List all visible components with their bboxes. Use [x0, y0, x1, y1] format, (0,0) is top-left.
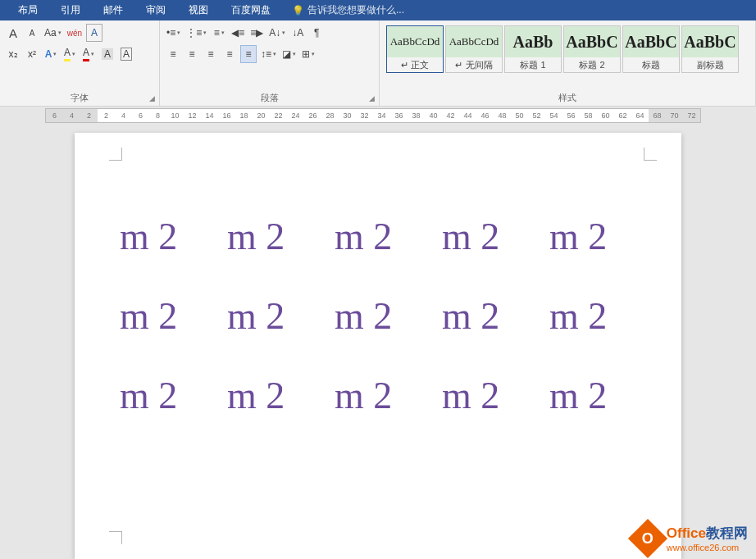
ruler-area: 642 246810121416182022242628303234363840… [0, 107, 756, 125]
font-color-button[interactable]: A▾ [80, 45, 97, 63]
char-border-button[interactable]: A [118, 45, 134, 63]
style-subtitle[interactable]: AaBbC 副标题 [681, 25, 739, 73]
ruler-tick: 20 [253, 111, 270, 120]
text-cell[interactable]: m 2 [227, 215, 326, 258]
ruler-tick: 58 [580, 111, 597, 120]
sort-button[interactable]: ↓A [289, 24, 306, 42]
superscript-button[interactable]: x² [24, 45, 40, 63]
margin-corner-icon [109, 531, 122, 544]
tab-references[interactable]: 引用 [49, 0, 92, 20]
phonetic-guide-button[interactable]: wén [66, 24, 84, 42]
align-center-button[interactable]: ≡ [184, 45, 200, 63]
text-cell[interactable]: m 2 [335, 374, 434, 417]
text-cell[interactable]: m 2 [335, 215, 434, 258]
text-cell[interactable]: m 2 [549, 294, 649, 338]
group-label-paragraph: 段落 [160, 92, 379, 104]
group-paragraph: •≡▾ ⋮≡▾ ≡▾ ◀≡ ≡▶ A↓▾ ↓A ¶ ≡ ≡ ≡ ≡ ≡ ↕≡▾ … [160, 20, 380, 106]
tab-layout[interactable]: 布局 [7, 0, 49, 20]
style-name: 副标题 [682, 57, 738, 72]
text-cell[interactable]: m 2 [549, 215, 649, 258]
document-content: m 2m 2m 2m 2m 2m 2m 2m 2m 2m 2m 2m 2m 2m… [120, 215, 649, 417]
style-normal[interactable]: AaBbCcDd ↵ 正文 [386, 25, 444, 73]
show-marks-button[interactable]: ¶ [308, 24, 325, 42]
ruler-tick: 2 [98, 111, 115, 120]
ruler-tick: 44 [459, 111, 476, 120]
margin-corner-icon [644, 148, 657, 161]
watermark-logo-icon: O [628, 518, 667, 557]
font-dialog-launcher[interactable]: ◢ [147, 93, 157, 103]
ruler-left-margin: 642 [46, 109, 98, 122]
multilevel-list-button[interactable]: ≡▾ [211, 24, 227, 42]
char-shading-button[interactable]: A [99, 45, 116, 63]
ruler-tick: 54 [545, 111, 562, 120]
text-effects-button[interactable]: A▾ [43, 45, 59, 63]
bullets-button[interactable]: •≡▾ [165, 24, 182, 42]
style-gallery: AaBbCcDd ↵ 正文 AaBbCcDd ↵ 无间隔 AaBb 标题 1 A… [385, 24, 750, 75]
subscript-button[interactable]: x₂ [5, 45, 21, 63]
text-cell[interactable]: m 2 [442, 374, 541, 417]
line-spacing-button[interactable]: ↕≡▾ [259, 45, 278, 63]
group-label-styles: 样式 [380, 92, 755, 104]
text-cell[interactable]: m 2 [227, 294, 326, 338]
text-cell[interactable]: m 2 [442, 294, 541, 338]
ribbon: A A Aa▾ wén A x₂ x² A▾ A▾ A▾ A A 字体 ◢ •≡… [0, 20, 756, 107]
clear-formatting-button[interactable]: A [86, 24, 102, 42]
align-left-button[interactable]: ≡ [165, 45, 181, 63]
increase-indent-button[interactable]: ≡▶ [248, 24, 265, 42]
horizontal-ruler[interactable]: 642 246810121416182022242628303234363840… [45, 108, 701, 123]
ruler-tick: 6 [132, 111, 149, 120]
ruler-tick: 22 [270, 111, 287, 120]
highlight-button[interactable]: A▾ [61, 45, 78, 63]
decrease-indent-button[interactable]: ◀≡ [230, 24, 246, 42]
text-cell[interactable]: m 2 [335, 294, 434, 338]
borders-button[interactable]: ⊞▾ [300, 45, 317, 63]
group-styles: AaBbCcDd ↵ 正文 AaBbCcDd ↵ 无间隔 AaBb 标题 1 A… [380, 20, 756, 106]
shrink-font-button[interactable]: A [24, 24, 40, 42]
align-right-button[interactable]: ≡ [203, 45, 219, 63]
page[interactable]: m 2m 2m 2m 2m 2m 2m 2m 2m 2m 2m 2m 2m 2m… [75, 133, 681, 559]
ruler-tick: 62 [614, 111, 631, 120]
ruler-tick: 32 [356, 111, 373, 120]
shading-button[interactable]: ◪▾ [280, 45, 298, 63]
ruler-tick: 60 [597, 111, 614, 120]
text-cell[interactable]: m 2 [227, 374, 326, 417]
ruler-tick: 8 [149, 111, 166, 120]
watermark-text: Office教程网 www.office26.com [667, 524, 748, 552]
style-preview: AaBbC [564, 26, 620, 57]
tell-me-search[interactable]: 💡 告诉我您想要做什么... [292, 3, 404, 17]
text-cell[interactable]: m 2 [120, 294, 219, 338]
text-cell[interactable]: m 2 [442, 215, 541, 258]
ruler-tick: 10 [166, 111, 184, 120]
ruler-tick: 12 [184, 111, 201, 120]
document-area: m 2m 2m 2m 2m 2m 2m 2m 2m 2m 2m 2m 2m 2m… [0, 125, 756, 559]
style-title[interactable]: AaBbC 标题 [622, 25, 680, 73]
grow-font-button[interactable]: A [5, 24, 21, 42]
style-nospacing[interactable]: AaBbCcDd ↵ 无间隔 [445, 25, 503, 73]
tab-baidu[interactable]: 百度网盘 [220, 0, 282, 20]
align-justify-button[interactable]: ≡ [221, 45, 238, 63]
style-heading2[interactable]: AaBbC 标题 2 [563, 25, 621, 73]
ruler-tick: 30 [339, 111, 356, 120]
style-preview: AaBb [505, 26, 561, 57]
tab-review[interactable]: 审阅 [134, 0, 177, 20]
ruler-tick: 52 [528, 111, 545, 120]
text-cell[interactable]: m 2 [120, 374, 219, 417]
ruler-tick: 46 [476, 111, 494, 120]
numbering-button[interactable]: ⋮≡▾ [184, 24, 208, 42]
ruler-tick: 42 [442, 111, 459, 120]
tab-mailings[interactable]: 邮件 [92, 0, 134, 20]
text-cell[interactable]: m 2 [549, 374, 649, 417]
change-case-button[interactable]: Aa▾ [43, 24, 63, 42]
style-heading1[interactable]: AaBb 标题 1 [504, 25, 562, 73]
align-distribute-button[interactable]: ≡ [240, 45, 257, 63]
paragraph-dialog-launcher[interactable]: ◢ [367, 93, 376, 103]
ruler-tick: 38 [408, 111, 425, 120]
group-font: A A Aa▾ wén A x₂ x² A▾ A▾ A▾ A A 字体 ◢ [0, 20, 160, 106]
style-name: 标题 1 [505, 57, 561, 72]
text-cell[interactable]: m 2 [120, 215, 219, 258]
tab-view[interactable]: 视图 [177, 0, 220, 20]
group-label-font: 字体 [0, 92, 159, 104]
ruler-tick: 18 [235, 111, 253, 120]
ruler-tick: 28 [321, 111, 339, 120]
asian-layout-button[interactable]: A↓▾ [267, 24, 287, 42]
